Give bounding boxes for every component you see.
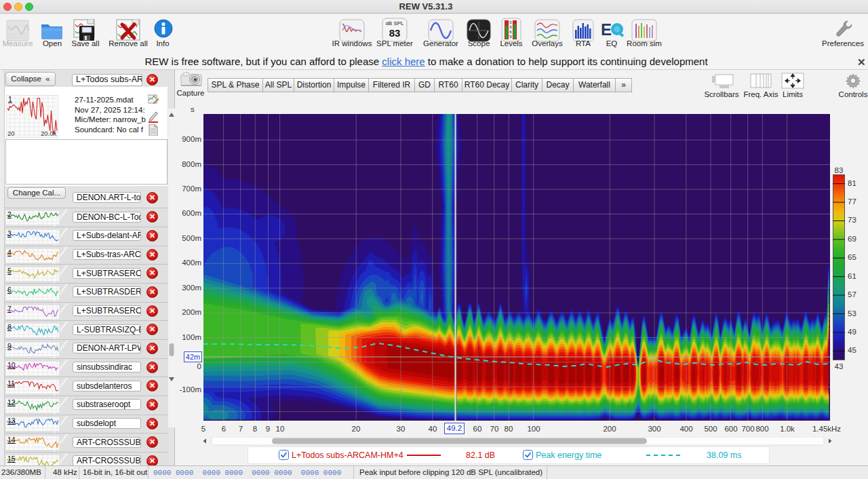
svg-text:9: 9 <box>7 342 12 350</box>
svg-text:14: 14 <box>7 436 16 444</box>
svg-text:10: 10 <box>7 361 16 369</box>
svg-text:12: 12 <box>7 398 16 406</box>
svg-text:6: 6 <box>7 286 12 294</box>
svg-text:11: 11 <box>7 379 15 387</box>
svg-text:7: 7 <box>7 305 12 313</box>
svg-text:3: 3 <box>7 229 12 237</box>
svg-text:83: 83 <box>389 27 401 39</box>
svg-text:8: 8 <box>7 323 12 331</box>
svg-text:E: E <box>601 20 612 39</box>
svg-text:2: 2 <box>7 210 12 218</box>
svg-text:15: 15 <box>7 455 16 463</box>
svg-text:4: 4 <box>7 248 12 256</box>
svg-text:13: 13 <box>7 417 16 425</box>
svg-text:dB SPL: dB SPL <box>385 20 404 26</box>
svg-text:5: 5 <box>7 267 12 275</box>
svg-text:1: 1 <box>8 95 12 103</box>
